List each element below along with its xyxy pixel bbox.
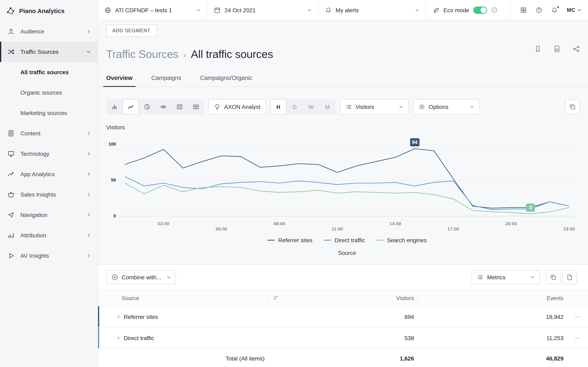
sidebar-item-sales-insights[interactable]: Sales Insights xyxy=(0,184,98,205)
user-menu[interactable]: MC xyxy=(567,7,581,13)
combine-with-button[interactable]: Combine with... xyxy=(106,270,176,284)
period-week-button[interactable]: W xyxy=(303,99,319,115)
tab-overview[interactable]: Overview xyxy=(103,75,135,86)
column-header-events[interactable]: Events xyxy=(418,290,568,306)
period-day-button[interactable]: D xyxy=(286,99,303,115)
sidebar-item-traffic-sources[interactable]: Traffic Sources xyxy=(0,42,98,62)
copy-table-button[interactable] xyxy=(546,270,561,284)
map-icon[interactable] xyxy=(172,99,188,115)
metrics-select-value: Metrics xyxy=(487,274,506,280)
sidebar-item-app-analytics[interactable]: App Analytics xyxy=(0,164,98,184)
sidebar-item-label: App Analytics xyxy=(20,171,86,177)
sidebar-item-navigation[interactable]: Navigation xyxy=(0,205,98,225)
add-segment-button[interactable]: ADD SEGMENT xyxy=(106,25,156,37)
alerts-selector[interactable]: My alerts xyxy=(319,0,426,20)
total-row-label: Total (All items) xyxy=(98,349,269,367)
location-arrow-icon xyxy=(7,211,15,218)
globe-icon xyxy=(104,7,111,13)
column-header-visitors[interactable]: Visitors xyxy=(269,290,418,306)
export-table-button[interactable] xyxy=(562,270,577,284)
total-events-value: 46,829 xyxy=(418,349,568,367)
report-icon[interactable] xyxy=(553,45,561,53)
chart-legend: Referrer sites Direct traffic Search eng… xyxy=(118,237,576,243)
date-selector[interactable]: 24 Oct 2021 xyxy=(208,0,319,20)
period-hour-button[interactable]: H xyxy=(270,99,286,115)
chevron-right-icon[interactable] xyxy=(117,315,121,318)
x-tick-label: 23:00 xyxy=(563,226,575,231)
metric-select[interactable]: Visitors xyxy=(339,99,408,115)
legend-item-search-engines[interactable]: Search engines xyxy=(376,237,427,243)
help-icon[interactable] xyxy=(536,7,542,13)
chevron-right-icon[interactable] xyxy=(117,336,121,340)
chevron-right-icon xyxy=(86,131,91,136)
metrics-select[interactable]: Metrics xyxy=(472,270,540,284)
user-icon xyxy=(7,28,15,35)
x-tick-label: 02:00 xyxy=(158,221,169,226)
breadcrumb-parent[interactable]: Traffic Sources xyxy=(106,48,178,61)
line-chart xyxy=(118,141,576,217)
column-header-source[interactable]: Source xyxy=(98,290,269,306)
chevron-right-icon xyxy=(86,253,91,258)
eye-icon[interactable] xyxy=(155,99,172,115)
list-icon xyxy=(345,104,352,110)
plus-circle-icon xyxy=(112,274,118,280)
avatar: MC xyxy=(567,7,575,13)
metric-select-value: Visitors xyxy=(355,104,374,110)
sidebar-item-audience[interactable]: Audience xyxy=(0,21,98,42)
pie-chart-icon[interactable] xyxy=(139,99,155,115)
legend-swatch xyxy=(376,240,384,241)
sidebar-item-all-traffic-sources[interactable]: All traffic sources xyxy=(0,62,98,82)
legend-swatch xyxy=(268,240,275,241)
notification-dot xyxy=(557,6,559,8)
sidebar-item-content[interactable]: Content xyxy=(0,123,98,143)
row-menu-button[interactable] xyxy=(568,327,588,348)
table-view-icon[interactable] xyxy=(188,99,204,115)
row-events-value: 18,942 xyxy=(418,306,568,327)
share-icon[interactable] xyxy=(572,45,580,53)
list-icon xyxy=(477,274,484,280)
row-events-value: 11,253 xyxy=(418,327,568,348)
copy-chart-button[interactable] xyxy=(565,100,580,114)
sidebar-item-organic-sources[interactable]: Organic sources xyxy=(0,82,98,103)
chevron-right-icon xyxy=(86,212,91,217)
chart-dimension-label: Source xyxy=(118,250,576,256)
bookmark-icon[interactable] xyxy=(534,45,541,53)
table-row[interactable]: Direct traffic 538 11,253 xyxy=(98,327,588,349)
line-chart-icon[interactable] xyxy=(122,99,139,115)
table-header: Source Visitors Events xyxy=(98,290,588,306)
sidebar-item-technology[interactable]: Technology xyxy=(0,143,98,164)
legend-item-referrer-sites[interactable]: Referrer sites xyxy=(268,237,312,243)
sidebar-nav: Audience Traffic Sources All traffic sou… xyxy=(0,21,98,266)
bar-chart-icon xyxy=(7,232,15,239)
table-row[interactable]: Referrer sites 694 18,942 xyxy=(98,306,588,327)
page-title: All traffic sources xyxy=(191,48,273,61)
apps-grid-icon[interactable] xyxy=(520,7,527,13)
tab-campaigns-organic[interactable]: Campaigns/Organic xyxy=(197,75,255,86)
filter-icon[interactable] xyxy=(273,295,279,301)
eco-mode-toggle[interactable] xyxy=(473,6,487,14)
site-selector[interactable]: ATI CDFNDF – tests 1 xyxy=(98,0,208,20)
table-body: Referrer sites 694 18,942 Direct traffic… xyxy=(98,306,588,367)
column-chart-icon[interactable] xyxy=(106,99,122,115)
row-source-label: Referrer sites xyxy=(124,313,158,320)
info-icon[interactable] xyxy=(491,7,497,13)
x-tick-label: 08:00 xyxy=(274,221,285,226)
axon-analyst-button[interactable]: AXON Analyst xyxy=(208,99,266,115)
document-icon xyxy=(7,130,15,137)
legend-swatch xyxy=(324,240,331,241)
notifications-bell-icon[interactable] xyxy=(551,7,558,13)
chevron-down-icon xyxy=(399,105,403,109)
period-month-button[interactable]: M xyxy=(319,99,336,115)
app-logo[interactable]: Piano Analytics xyxy=(0,0,98,21)
options-select[interactable]: Options xyxy=(413,99,480,115)
sidebar-item-marketing-sources[interactable]: Marketing sources xyxy=(0,103,98,123)
sidebar-item-label: Technology xyxy=(20,150,86,157)
legend-item-direct-traffic[interactable]: Direct traffic xyxy=(324,237,365,243)
calendar-icon xyxy=(214,7,221,13)
piano-analytics-logo-icon xyxy=(6,6,16,16)
row-menu-button[interactable] xyxy=(568,306,588,327)
sidebar-item-av-insights[interactable]: AV Insights xyxy=(0,245,98,266)
tab-campaigns[interactable]: Campaigns xyxy=(148,75,184,86)
sidebar-item-attribution[interactable]: Attribution xyxy=(0,225,98,245)
x-tick-label: 17:00 xyxy=(448,226,459,231)
